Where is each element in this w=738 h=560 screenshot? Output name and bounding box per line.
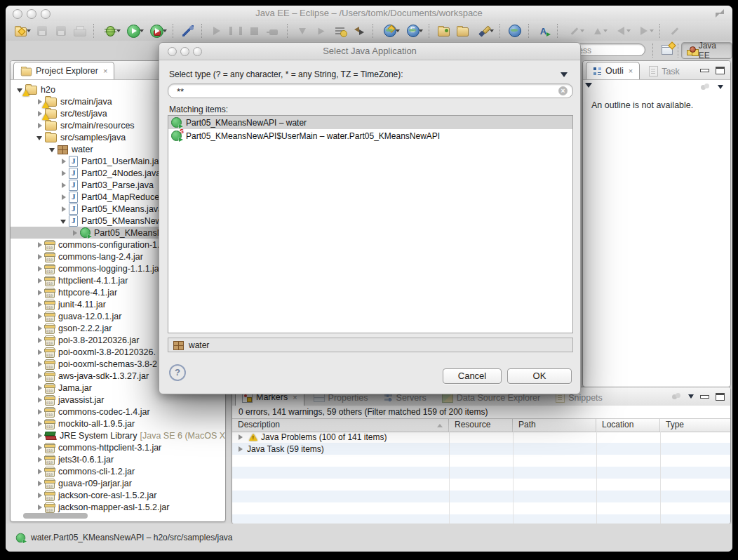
- perspective-java-ee-button[interactable]: Java EE: [681, 42, 732, 59]
- export-button[interactable]: [454, 22, 471, 39]
- tree-item[interactable]: commons-codec-1.4.jar: [11, 406, 225, 418]
- select-type-label: Select type (? = any character, * = any …: [169, 69, 403, 79]
- marker-group-row[interactable]: Java Problems (100 of 141 items): [232, 431, 730, 443]
- help-button[interactable]: ?: [169, 364, 186, 381]
- terminate-button[interactable]: [246, 22, 263, 39]
- record-launch-button[interactable]: [331, 22, 349, 39]
- tree-item[interactable]: javassist.jar: [11, 394, 225, 406]
- clear-filter-icon[interactable]: ×: [558, 86, 568, 95]
- last-edit-location-button[interactable]: [563, 22, 585, 39]
- new-web-service-button[interactable]: [379, 22, 401, 39]
- expand-arrow-icon[interactable]: [60, 204, 69, 215]
- maximize-view-icon[interactable]: [716, 393, 725, 401]
- step-into-button[interactable]: [293, 22, 311, 39]
- cancel-button[interactable]: Cancel: [443, 368, 502, 384]
- column-header-path[interactable]: Path: [513, 419, 596, 432]
- run-external-tools-button[interactable]: [146, 22, 168, 39]
- web-browser-button[interactable]: [506, 22, 523, 39]
- minimize-view-icon[interactable]: [700, 69, 709, 72]
- expand-arrow-icon[interactable]: [60, 156, 69, 167]
- select-java-application-dialog: Select Java Application Select type (? =…: [159, 42, 581, 394]
- status-bar-text: water.Part05_KMeansNewAPI – h2o/src/samp…: [31, 533, 232, 542]
- view-toolbar-dots-icon[interactable]: [672, 393, 682, 400]
- print-button[interactable]: [71, 22, 88, 39]
- list-item-selected[interactable]: Part05_KMeansNewAPI – water: [168, 116, 572, 129]
- view-toolbar-dots-icon[interactable]: [701, 84, 711, 91]
- tree-item[interactable]: jets3t-0.6.1.jar: [11, 453, 225, 465]
- resume-button[interactable]: [208, 22, 225, 39]
- launch-swap-button[interactable]: [350, 22, 368, 39]
- expand-arrow-icon[interactable]: [36, 120, 45, 131]
- forward-button[interactable]: [633, 22, 655, 39]
- expand-arrow-icon[interactable]: [71, 227, 80, 239]
- expand-arrow-icon[interactable]: [60, 168, 69, 179]
- debug-button[interactable]: [100, 22, 121, 39]
- new-soap-service-button[interactable]: S: [402, 22, 424, 39]
- qualifier-bar: water: [168, 338, 573, 352]
- tree-item[interactable]: commons-cli-1.2.jar: [11, 465, 225, 477]
- horizontal-scrollbar[interactable]: [13, 512, 222, 519]
- back-button[interactable]: [610, 22, 631, 39]
- tree-item[interactable]: jackson-core-asl-1.5.2.jar: [11, 489, 225, 501]
- toolbar-separator: [429, 24, 430, 38]
- view-menu-chevron-icon[interactable]: [718, 85, 723, 89]
- open-perspective-button[interactable]: [657, 42, 678, 58]
- tree-item[interactable]: guava-r09-jarjar.jar: [11, 477, 225, 489]
- search-button[interactable]: [473, 22, 495, 39]
- column-header-description[interactable]: Description: [232, 419, 449, 432]
- expand-arrow-icon[interactable]: [236, 432, 246, 443]
- next-annotation-button[interactable]: [586, 22, 608, 39]
- runnable-class-usermain-icon: [171, 131, 182, 141]
- ok-button[interactable]: OK: [507, 368, 572, 384]
- suspend-button[interactable]: [227, 22, 244, 39]
- tab-task[interactable]: Task: [643, 63, 686, 79]
- save-all-button[interactable]: [52, 22, 69, 39]
- tree-item[interactable]: mockito-all-1.9.5.jar: [11, 418, 225, 429]
- column-header-resource[interactable]: Resource: [449, 419, 513, 432]
- view-menu-chevron-icon[interactable]: [688, 394, 694, 399]
- suspend-icon: [229, 27, 242, 35]
- new-wizard-button[interactable]: [10, 22, 32, 39]
- import-button[interactable]: [435, 22, 452, 39]
- disconnect-icon: [269, 29, 278, 35]
- expand-arrow-icon[interactable]: [60, 215, 69, 227]
- pin-editor-button[interactable]: [666, 22, 683, 39]
- close-tab-icon[interactable]: ×: [629, 67, 633, 75]
- expand-arrow-icon[interactable]: [36, 430, 45, 441]
- type-filter-input[interactable]: **: [168, 84, 573, 98]
- skip-all-breakpoints-button[interactable]: [179, 22, 196, 39]
- perspective-label: Java EE: [699, 41, 727, 60]
- jar-icon: [45, 324, 55, 334]
- step-over-button[interactable]: [312, 22, 330, 39]
- tab-project-explorer[interactable]: Project Explorer ×: [13, 62, 114, 79]
- project-explorer-icon: [21, 67, 32, 76]
- step-over-icon: [318, 27, 324, 34]
- jar-icon: [45, 288, 55, 298]
- marker-group-row[interactable]: Java Task (59 items): [232, 443, 730, 455]
- expand-arrow-icon[interactable]: [236, 444, 246, 455]
- disconnect-button[interactable]: [264, 22, 282, 39]
- maximize-view-icon[interactable]: [716, 67, 725, 74]
- expand-arrow-icon[interactable]: [36, 132, 45, 143]
- column-header-type[interactable]: Type: [660, 419, 730, 432]
- run-button[interactable]: [123, 22, 145, 39]
- editor-view-menu-chevron-icon[interactable]: [585, 83, 592, 88]
- tree-item[interactable]: commons-httpclient-3.1.jar: [11, 441, 225, 453]
- fullscreen-icon[interactable]: [716, 9, 724, 18]
- expand-arrow-icon[interactable]: [60, 192, 69, 203]
- expand-arrow-icon[interactable]: [60, 180, 69, 191]
- terminate-icon: [250, 27, 258, 35]
- save-button[interactable]: [33, 22, 51, 39]
- scrollbar-thumb[interactable]: [23, 513, 88, 519]
- filter-menu-chevron-icon[interactable]: [561, 72, 568, 77]
- run-jsp-button[interactable]: A: [535, 22, 552, 39]
- close-tab-icon[interactable]: ×: [103, 67, 107, 75]
- expand-arrow-icon[interactable]: [48, 144, 58, 155]
- toolbar-separator: [678, 44, 678, 58]
- tree-item[interactable]: JRE System Library[Java SE 6 (MacOS X De: [11, 429, 225, 441]
- list-item[interactable]: Part05_KMeansNewAPI$UserMain – water.Par…: [168, 129, 572, 142]
- tab-outline[interactable]: Outli ×: [586, 62, 640, 79]
- column-header-location[interactable]: Location: [596, 419, 660, 432]
- tree-item[interactable]: jackson-mapper-asl-1.5.2.jar: [11, 501, 225, 513]
- minimize-view-icon[interactable]: [700, 395, 709, 399]
